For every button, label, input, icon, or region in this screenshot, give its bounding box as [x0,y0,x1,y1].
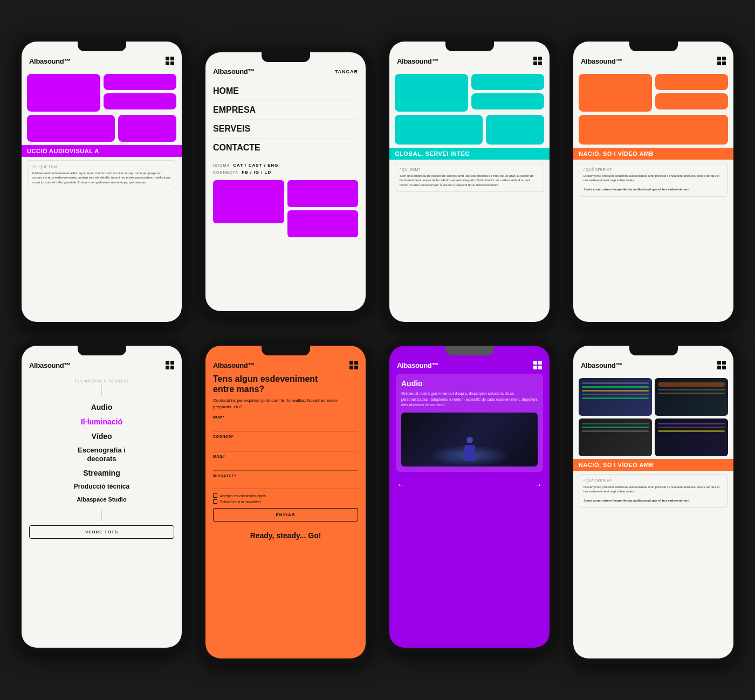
field-label-nom: NOM* [213,415,358,419]
checkbox-label-legal: Accepto les condicions legals [220,494,266,498]
services-line-top [101,385,102,396]
service-escenografia[interactable]: Escenografia idecorats [29,443,174,465]
text-card-8: / QUÈ OFERIM? Dissenyem i produïm soluci… [579,474,728,508]
orange-row-2 [579,115,728,145]
checkbox-legal[interactable] [213,493,217,498]
notch-5 [78,346,126,355]
service-produccio[interactable]: Producció tècnica [29,480,174,493]
logo-2: Albasound™ [213,67,255,76]
teal-block-tr1 [471,74,545,90]
orange-block-b [579,115,728,145]
phone-3-screen: Albasound™ GLOBAL. SERVEI I [389,42,550,322]
logo-3: Albasound™ [397,57,438,65]
nav-item-contacte[interactable]: CONTACTE [213,139,358,157]
form-title: Tens algun esdevenimententre mans? [205,374,366,397]
checkbox-row-2: Subscriu'm a la newsletter [213,499,358,504]
photo-mixer [655,378,728,416]
console-line-2 [582,427,649,428]
mixer-line-3 [658,393,725,394]
mixer-line-2 [658,389,725,390]
menu-icon-6[interactable] [349,361,358,369]
nav-item-home[interactable]: HOME [213,82,358,101]
phones-grid: Albasound™ UCCIÓ AUDIOVISUA [16,36,739,664]
menu-icon-8[interactable] [717,361,726,369]
phone-7: Albasound™ Audio Gràcies al nostre gran … [384,340,555,653]
nav-purple-tr2 [287,210,359,237]
checkbox-newsletter[interactable] [213,499,217,504]
notch-7 [445,346,494,355]
card-label-3: / QUI SOM? [400,168,539,171]
person-figure [464,437,475,461]
phone-6-screen: Albasound™ Tens algun esdevenimententre … [205,346,366,658]
nav-items-2: HOME EMPRESA SERVEIS CONTACTE [205,82,366,157]
field-label-mail: MAIL* [213,455,358,458]
teal-col-r [471,74,545,112]
menu-icon-7[interactable] [533,361,542,369]
teal-block-br [486,115,544,145]
person-head [466,437,473,443]
menu-icon-3[interactable] [533,57,542,65]
nav-item-serveis[interactable]: SERVEIS [213,120,358,139]
veure-tots-button[interactable]: VEURE TOTS [29,525,174,539]
card-bold-4: Junts construirem l'experiència audiovis… [584,188,689,191]
field-input-cognom[interactable] [213,441,358,449]
field-input-nom[interactable] [213,421,358,429]
service-albaspace[interactable]: Albaspace Studio [29,493,174,506]
console-line-1 [582,423,649,424]
blocks-row-1 [27,74,176,112]
hero-blocks-1 [22,70,182,142]
purple-block-tr1 [104,74,177,90]
nav-item-empresa[interactable]: EMPRESA [213,101,358,120]
form-subtitle: Contacta'ns per explorar junts com fer-l… [205,397,366,415]
teal-row-1 [395,74,544,112]
connecta-row: CONNECTA FB / IG / LD [213,170,358,175]
services-line-bottom [101,510,102,521]
phone-3: Albasound™ GLOBAL. SERVEI I [384,36,555,327]
studio-line-3 [658,430,725,432]
services-list: Audio Il·luminació Vídeo Escenografia id… [22,396,182,510]
carousel-next[interactable]: → [534,481,542,489]
menu-icon-5[interactable] [166,361,174,369]
phone-7-screen: Albasound™ Audio Gràcies al nostre gran … [389,346,550,648]
carousel-prev[interactable]: ← [397,481,404,489]
hero-text-4: NACIÓ, SO I VÍDEO AMB [573,148,733,160]
service-streaming[interactable]: Streaming [29,466,174,481]
eq-line-5 [582,397,649,399]
service-audio[interactable]: Audio [29,400,174,415]
service-video[interactable]: Vídeo [29,429,174,444]
blocks-row-2 [27,115,176,142]
eq-line-3 [582,390,649,392]
card-body-1: A Albasound combinem el millor equipamen… [32,171,171,184]
tancar-button[interactable]: TANCAR [335,69,358,74]
console-decoration [579,418,652,436]
photo-studio [655,418,728,456]
photo-grid [573,374,733,456]
orange-row-1 [579,74,728,112]
field-input-mail[interactable] [213,461,358,468]
services-section-label: ELS NOSTRES SERVEIS [22,374,182,385]
teal-hero-blocks [389,70,550,145]
teal-block-bl [395,115,483,145]
blocks-col-r [104,74,177,112]
phone-6: Albasound™ Tens algun esdevenimententre … [200,340,371,664]
nav-purple-col [287,180,359,237]
audio-image-bg [401,413,538,466]
purple-block-br [118,115,176,142]
service-illuminacio[interactable]: Il·luminació [29,415,174,429]
card-label-4: / QUÈ OFERIM? [584,168,723,171]
menu-icon-4[interactable] [717,57,726,65]
form-field-mail: MAIL* [213,455,358,471]
idioma-value: CAT / CAST / ENG [233,163,278,168]
audio-service-card: Audio Gràcies al nostre gran inventari d… [396,374,543,472]
connecta-value: FB / IG / LD [242,170,271,175]
notch-8 [629,346,678,355]
logo-4: Albasound™ [581,57,622,65]
notch-2 [262,52,310,62]
nav-purple-tr1 [287,180,359,207]
enviar-button[interactable]: ENVIAR [213,508,358,521]
console-line-3 [582,430,649,432]
idioma-label: IDIOMA [213,163,230,167]
hero-text-8: NACIÓ, SO I VÍDEO AMB [573,459,733,471]
menu-icon-1[interactable] [166,57,174,65]
phone-2: Albasound™ TANCAR HOME EMPRESA SERVEIS C… [200,47,371,317]
